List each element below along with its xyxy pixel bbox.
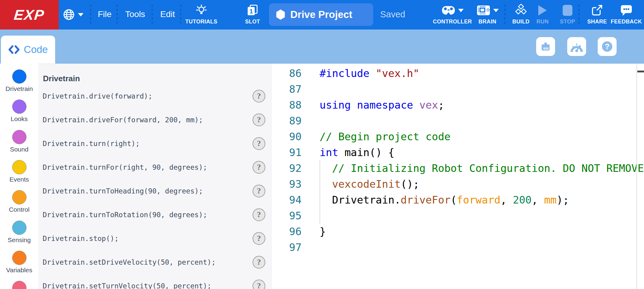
command-row[interactable]: Drivetrain.turn(right);? xyxy=(38,132,272,155)
sidebar-item-variables[interactable]: Variables xyxy=(0,251,38,274)
build-button[interactable]: BUILD xyxy=(511,0,531,30)
code-icon xyxy=(8,45,20,54)
device-info-button[interactable] xyxy=(536,37,555,56)
lightbulb-icon xyxy=(196,4,207,16)
command-category-header: Drivetrain xyxy=(43,74,272,83)
sidebar-item-events[interactable]: Events xyxy=(0,160,38,183)
line-number: 87 xyxy=(272,83,302,95)
sidebar-item-drivetrain[interactable]: Drivetrain xyxy=(0,69,38,92)
language-menu[interactable] xyxy=(63,9,83,21)
category-circle-icon[interactable] xyxy=(12,281,27,289)
brain-icon xyxy=(476,5,490,16)
command-row[interactable]: Drivetrain.turnToHeading(90, degrees);? xyxy=(38,179,272,203)
command-help-button[interactable]: ? xyxy=(253,280,265,289)
sidebar-item-label: Sound xyxy=(0,146,38,153)
sidebar-item-looks[interactable]: Looks xyxy=(0,99,38,123)
feedback-button[interactable]: FEEDBACK xyxy=(612,0,641,30)
command-help-button[interactable]: ? xyxy=(253,161,265,174)
command-row[interactable]: Drivetrain.drive(forward);? xyxy=(38,84,272,108)
menu-edit[interactable]: Edit xyxy=(160,9,175,19)
command-row[interactable]: Drivetrain.setDriveVelocity(50, percent)… xyxy=(38,250,272,274)
command-text[interactable]: Drivetrain.setTurnVelocity(50, percent); xyxy=(43,282,211,289)
command-text[interactable]: Drivetrain.drive(forward); xyxy=(43,92,152,100)
code-text: using namespace vex; xyxy=(302,99,444,111)
line-number: 86 xyxy=(272,67,302,79)
editor-lines: 86#include "vex.h"8788using namespace ve… xyxy=(272,65,644,255)
command-help-button[interactable]: ? xyxy=(253,232,265,245)
run-button[interactable]: RUN xyxy=(534,0,551,30)
sidebar-item-sound[interactable]: Sound xyxy=(0,130,38,153)
sidebar-item-label: Control xyxy=(0,206,38,213)
dashboard-icon xyxy=(570,40,584,54)
category-circle-icon[interactable] xyxy=(12,99,27,114)
code-editor[interactable]: 86#include "vex.h"8788using namespace ve… xyxy=(272,64,644,289)
toolbar-divider xyxy=(90,5,91,25)
line-number: 88 xyxy=(272,99,302,111)
sidebar-item-control[interactable]: Control xyxy=(0,190,38,213)
toolbar-divider xyxy=(504,5,505,25)
help-icon: ? xyxy=(600,40,614,54)
brain-label: BRAIN xyxy=(479,19,497,25)
command-list: Drivetrain.drive(forward);?Drivetrain.dr… xyxy=(38,84,272,289)
device-icon xyxy=(539,40,553,54)
menu-tools[interactable]: Tools xyxy=(125,9,145,19)
toolbar-divider xyxy=(152,5,153,25)
dashboard-button[interactable] xyxy=(567,37,586,56)
tutorials-button[interactable]: TUTORIALS xyxy=(185,0,218,30)
command-row[interactable]: Drivetrain.driveFor(forward, 200, mm);? xyxy=(38,108,272,132)
hexagon-icon xyxy=(276,9,285,20)
category-circle-icon[interactable] xyxy=(12,251,27,265)
slot-number: 1 xyxy=(249,8,253,15)
question-icon: ? xyxy=(605,42,610,51)
command-help-button[interactable]: ? xyxy=(253,208,265,221)
controller-button[interactable]: CONTROLLER xyxy=(435,0,470,30)
command-text[interactable]: Drivetrain.driveFor(forward, 200, mm); xyxy=(43,116,203,124)
category-circle-icon[interactable] xyxy=(12,69,27,84)
project-name-button[interactable]: Drive Project xyxy=(269,3,373,26)
command-row[interactable]: Drivetrain.turnToRotation(90, degrees);? xyxy=(38,203,272,227)
share-button[interactable]: SHARE xyxy=(587,0,607,30)
dropdown-caret-icon xyxy=(458,9,464,12)
code-line: 91int main() { xyxy=(272,144,644,160)
command-text[interactable]: Drivetrain.stop(); xyxy=(43,235,119,242)
command-help-button[interactable]: ? xyxy=(253,185,265,197)
command-text[interactable]: Drivetrain.turn(right); xyxy=(43,140,140,148)
code-line: 92 // Initializing Robot Configuration. … xyxy=(272,160,644,176)
tab-code-label: Code xyxy=(24,44,48,55)
sidebar-item-label: Sensing xyxy=(0,236,38,244)
command-help-button[interactable]: ? xyxy=(253,90,265,103)
command-text[interactable]: Drivetrain.setDriveVelocity(50, percent)… xyxy=(43,258,216,266)
command-help-button[interactable]: ? xyxy=(253,113,265,126)
code-line: 88using namespace vex; xyxy=(272,97,644,113)
indent-guide xyxy=(320,160,320,224)
toolbar-divider xyxy=(579,5,579,25)
stop-label: STOP xyxy=(560,19,575,25)
category-circle-icon[interactable] xyxy=(12,221,27,235)
category-circle-icon[interactable] xyxy=(12,160,27,174)
command-help-button[interactable]: ? xyxy=(253,137,265,150)
code-line: 95 xyxy=(272,208,644,224)
command-row[interactable]: Drivetrain.stop();? xyxy=(38,227,272,250)
category-circle-icon[interactable] xyxy=(12,190,27,204)
slot-button[interactable]: 1 SLOT xyxy=(242,0,263,30)
command-row[interactable]: Drivetrain.setTurnVelocity(50, percent);… xyxy=(38,274,272,289)
command-row[interactable]: Drivetrain.turnFor(right, 90, degrees);? xyxy=(38,155,272,179)
brain-button[interactable]: BRAIN xyxy=(474,0,501,30)
code-line: 87 xyxy=(272,81,644,97)
command-text[interactable]: Drivetrain.turnToHeading(90, degrees); xyxy=(43,187,203,195)
command-text[interactable]: Drivetrain.turnToRotation(90, degrees); xyxy=(43,211,207,219)
code-line: 86#include "vex.h" xyxy=(272,65,644,81)
category-circle-icon[interactable] xyxy=(12,130,27,144)
sidebar-item-extra[interactable] xyxy=(0,281,38,289)
slot-label: SLOT xyxy=(245,19,260,25)
code-line: 93 vexcodeInit(); xyxy=(272,176,644,192)
command-help-button[interactable]: ? xyxy=(253,256,265,269)
stop-button[interactable]: STOP xyxy=(559,0,576,30)
command-text[interactable]: Drivetrain.turnFor(right, 90, degrees); xyxy=(43,163,207,171)
sidebar-item-sensing[interactable]: Sensing xyxy=(0,221,38,244)
help-button[interactable]: ? xyxy=(598,37,617,56)
sidebar-item-label: Events xyxy=(0,176,38,183)
menu-file[interactable]: File xyxy=(98,9,111,19)
slot-icon: 1 xyxy=(246,4,259,16)
tab-code[interactable]: Code xyxy=(1,36,55,64)
